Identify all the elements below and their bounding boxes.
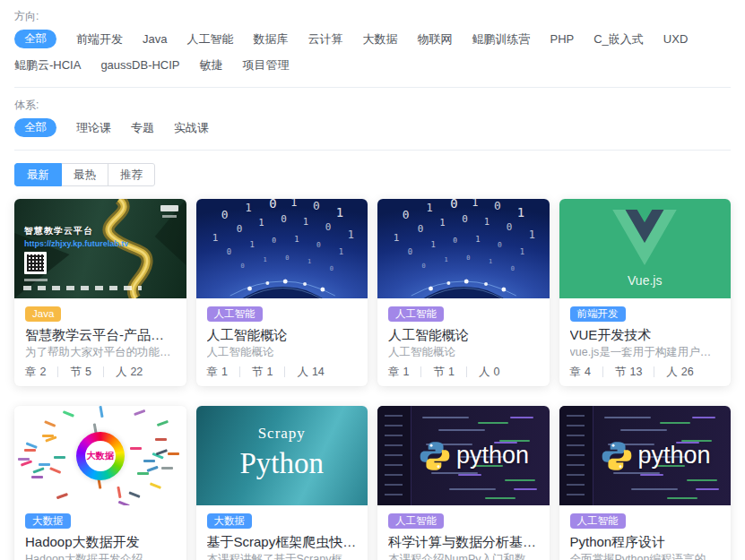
svg-text:1: 1 [290, 199, 297, 209]
svg-text:0: 0 [498, 241, 502, 249]
filter-tag-theory[interactable]: 理论课 [76, 119, 111, 137]
course-stats: 章1 节1 人0 [388, 365, 539, 379]
course-card[interactable]: 大数据 大数据 Hadoop大数据开发 Hadoop大数据开发介绍 章8 节34… [14, 406, 186, 560]
svg-text:0: 0 [226, 247, 230, 256]
code-lines-graphic [422, 417, 469, 418]
course-category-tag: 人工智能 [388, 513, 444, 529]
svg-text:1: 1 [249, 240, 254, 249]
digital-globe-graphic: 01 01 01 10 10 10 10 10 10 10 10 10 [377, 199, 550, 298]
course-card[interactable]: python 人工智能 Python程序设计 全面掌握Python编程语言的基本… [559, 406, 732, 560]
course-description: 人工智能概论 [388, 345, 539, 359]
filter-tag-topic[interactable]: 专题 [131, 119, 154, 137]
stat-chapters: 章1 [207, 365, 228, 379]
stat-chapters: 章1 [388, 365, 409, 379]
filter-tag-php[interactable]: PHP [550, 30, 574, 48]
filter-tag-agile[interactable]: 敏捷 [200, 56, 223, 74]
course-card[interactable]: 01 01 01 10 10 10 10 10 10 10 10 10 [377, 199, 550, 386]
direction-filter-label: 方向: [14, 9, 731, 24]
filter-tag-java[interactable]: Java [143, 30, 167, 48]
rainbow-donut: 大数据 [76, 432, 125, 480]
python-logo-icon [601, 440, 633, 472]
vuejs-logo-icon [612, 210, 677, 265]
filter-tag-practice[interactable]: 实战课 [174, 119, 209, 137]
course-cover-image: 01 01 01 10 10 10 10 10 10 10 10 10 [196, 199, 368, 298]
sort-button-group: 最新 最热 推荐 [14, 163, 155, 186]
svg-text:0: 0 [418, 223, 424, 235]
filter-tag-frontend[interactable]: 前端开发 [76, 30, 123, 48]
svg-text:1: 1 [529, 228, 535, 241]
stat-separator [420, 366, 421, 377]
course-title: Python程序设计 [570, 533, 721, 550]
system-filter-label: 体系: [14, 98, 731, 113]
editor-sidebar-graphic [559, 406, 593, 505]
filter-tag-all-active[interactable]: 全部 [14, 30, 56, 48]
svg-text:1: 1 [263, 256, 266, 263]
filter-tag-kunpeng-hcia[interactable]: 鲲鹏云-HCIA [14, 56, 81, 74]
course-card[interactable]: 智慧教学云平台 https://zhjxy.kp.futurelab.tv Ja… [14, 199, 186, 386]
svg-text:1: 1 [258, 218, 264, 228]
svg-text:0: 0 [329, 265, 333, 272]
qr-caption [24, 279, 48, 281]
filter-tag-kunpeng-camp[interactable]: 鲲鹏训练营 [472, 30, 530, 48]
course-card[interactable]: Scrapy Python 大数据 基于Scrapy框架爬虫快速开发(... 本… [196, 406, 368, 560]
code-lines-graphic [478, 422, 508, 424]
sort-tab-hottest[interactable]: 最热 [62, 163, 108, 186]
course-category-tag: Java [25, 306, 61, 322]
filter-tag-embedded[interactable]: C_嵌入式 [593, 30, 644, 48]
course-stats: 章1 节1 人14 [207, 365, 358, 379]
svg-text:0: 0 [408, 247, 412, 256]
svg-text:1: 1 [444, 256, 447, 263]
python-logo-icon [419, 440, 451, 472]
course-title: 人工智能概论 [207, 326, 358, 343]
svg-text:0: 0 [462, 213, 468, 225]
course-category-tag: 人工智能 [388, 306, 444, 322]
filter-tag-all-active[interactable]: 全部 [14, 118, 56, 137]
direction-filter-tags: 全部 前端开发 Java 人工智能 数据库 云计算 大数据 物联网 鲲鹏训练营 … [14, 30, 731, 74]
filter-tag-project-mgmt[interactable]: 项目管理 [243, 56, 290, 74]
filter-tag-uxd[interactable]: UXD [663, 30, 688, 48]
cover-url-text: https://zhjxy.kp.futurelab.tv [24, 239, 128, 248]
filter-tag-bigdata[interactable]: 大数据 [362, 30, 397, 48]
course-card-body: 人工智能 科学计算与数据分析基础(Pyth... 本课程介绍NumPy入门和数据… [377, 505, 550, 560]
filter-tag-cloud[interactable]: 云计算 [308, 30, 342, 48]
course-cover-image: 01 01 01 10 10 10 10 10 10 10 10 10 [377, 199, 550, 298]
course-card[interactable]: Vue.js 前端开发 VUE开发技术 vue.js是一套用于构建用户界面的..… [559, 199, 732, 386]
stat-chapters: 章2 [25, 365, 46, 379]
svg-text:1: 1 [520, 247, 524, 256]
filter-tag-iot[interactable]: 物联网 [417, 30, 452, 48]
filter-tag-database[interactable]: 数据库 [253, 30, 288, 48]
filter-tag-gaussdb-hcip[interactable]: gaussDB-HCIP [100, 56, 179, 74]
course-category-tag: 大数据 [25, 513, 71, 529]
course-title: Hadoop大数据开发 [25, 533, 176, 550]
course-title: 智慧教学云平台-产品介绍 [25, 326, 176, 343]
sort-tab-latest[interactable]: 最新 [14, 163, 62, 186]
course-cover-image: Vue.js [559, 199, 732, 298]
cover-footnote [23, 286, 142, 290]
sort-tab-recommended[interactable]: 推荐 [108, 163, 155, 186]
section-divider [14, 87, 731, 88]
system-filter-section: 体系: 全部 理论课 专题 实战课 [14, 98, 731, 137]
editor-sidebar-graphic [377, 406, 411, 505]
svg-text:1: 1 [245, 202, 251, 214]
course-description: Hadoop大数据开发介绍 [25, 552, 176, 560]
course-card-body: 人工智能 人工智能概论 人工智能概论 章1 节1 人14 [196, 298, 368, 386]
digital-globe-graphic: 01 01 01 10 10 10 10 10 10 10 10 10 [196, 199, 368, 298]
svg-text:1: 1 [303, 217, 308, 227]
svg-text:0: 0 [403, 208, 410, 221]
code-lines-graphic [604, 417, 651, 418]
stat-sections: 节1 [433, 365, 454, 379]
course-description: 为了帮助大家对平台的功能加深理... [25, 345, 176, 359]
stat-separator [602, 366, 603, 377]
course-card[interactable]: python 人工智能 科学计算与数据分析基础(Pyth... 本课程介绍Num… [377, 406, 550, 560]
svg-text:0: 0 [240, 263, 244, 270]
svg-text:0: 0 [285, 254, 289, 262]
course-category-tag: 人工智能 [207, 306, 263, 322]
course-card[interactable]: 01 01 01 10 10 10 10 10 10 10 10 10 [196, 199, 368, 386]
svg-text:1: 1 [335, 205, 342, 220]
course-cover-image: Scrapy Python [196, 406, 368, 505]
course-card-body: 大数据 基于Scrapy框架爬虫快速开发(... 本课程讲解了基于Scrapy框… [196, 505, 368, 560]
direction-filter-section: 方向: 全部 前端开发 Java 人工智能 数据库 云计算 大数据 物联网 鲲鹏… [14, 9, 731, 74]
filter-tag-ai[interactable]: 人工智能 [186, 30, 233, 48]
course-cover-image: python [377, 406, 550, 505]
svg-text:1: 1 [347, 228, 353, 241]
